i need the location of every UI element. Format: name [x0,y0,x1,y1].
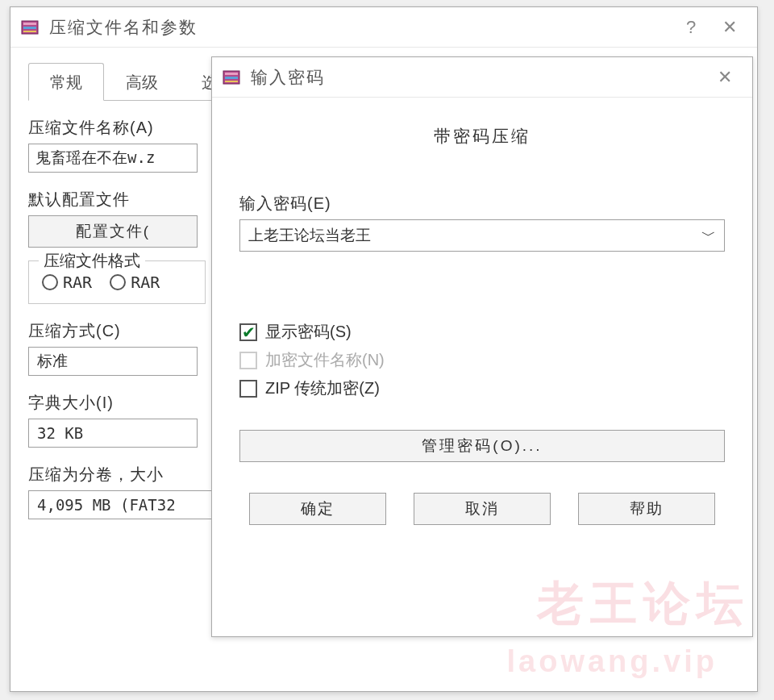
password-input[interactable]: 上老王论坛当老王 ﹀ [239,219,725,252]
password-cancel-button[interactable]: 取消 [414,493,551,525]
chevron-down-icon[interactable]: ﹀ [701,226,716,245]
zip-legacy-checkbox[interactable]: ZIP 传统加密(Z) [239,377,725,399]
archive-dialog-title: 压缩文件名和参数 [49,16,198,39]
password-dialog-titlebar[interactable]: 输入密码 ✕ [212,57,752,98]
password-heading: 带密码压缩 [239,125,725,148]
dict-size-label: 字典大小(I) [28,392,198,414]
password-dialog-title: 输入密码 [251,66,325,89]
encrypt-filenames-checkbox: 加密文件名称(N) [239,349,725,371]
close-button[interactable]: ✕ [710,14,749,41]
svg-rect-5 [225,73,238,75]
radio-icon [42,274,58,290]
checkbox-icon [239,352,257,369]
radio-icon [110,274,126,290]
compression-method-label: 压缩方式(C) [28,320,198,342]
enter-password-label: 输入密码(E) [239,193,725,215]
checkbox-icon: ✔ [239,323,257,341]
tab-general[interactable]: 常规 [28,63,104,101]
archive-name-input[interactable]: 鬼畜瑶在不在w.z [28,144,198,173]
password-ok-button[interactable]: 确定 [249,493,386,525]
radio-rar5[interactable]: RAR [110,273,160,292]
split-size-select[interactable]: 4,095 MB (FAT32 [28,490,214,519]
profile-button[interactable]: 配置文件( [28,215,198,248]
svg-rect-1 [23,23,36,25]
svg-rect-2 [23,27,36,29]
winrar-icon [19,16,41,39]
help-button[interactable]: ? [672,14,710,41]
manage-passwords-button[interactable]: 管理密码(O)... [239,430,725,462]
svg-rect-7 [225,81,238,82]
password-help-button[interactable]: 帮助 [578,493,715,525]
split-label: 压缩为分卷，大小 [28,464,214,485]
svg-rect-3 [23,31,36,32]
archive-format-legend: 压缩文件格式 [39,250,145,272]
archive-dialog-titlebar[interactable]: 压缩文件名和参数 ? ✕ [10,7,757,48]
checkbox-icon [239,380,257,398]
password-close-button[interactable]: ✕ [705,64,744,91]
svg-rect-6 [225,77,238,79]
archive-format-fieldset: 压缩文件格式 RAR RAR [28,260,206,304]
radio-rar[interactable]: RAR [42,273,92,292]
password-dialog: 输入密码 ✕ 带密码压缩 输入密码(E) 上老王论坛当老王 ﹀ ✔ 显示密码(S… [211,56,753,637]
winrar-icon [220,66,243,89]
tab-advanced[interactable]: 高级 [104,63,180,101]
dict-size-select[interactable]: 32 KB [28,419,198,448]
compression-method-select[interactable]: 标准 [28,347,198,376]
show-password-checkbox[interactable]: ✔ 显示密码(S) [239,321,725,343]
